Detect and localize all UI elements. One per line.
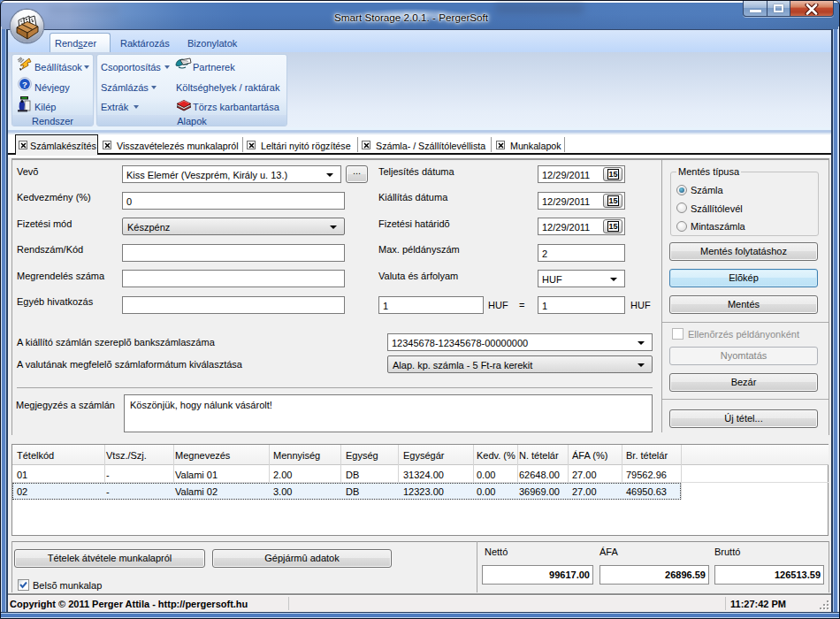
svg-text:?: ? xyxy=(22,80,27,89)
